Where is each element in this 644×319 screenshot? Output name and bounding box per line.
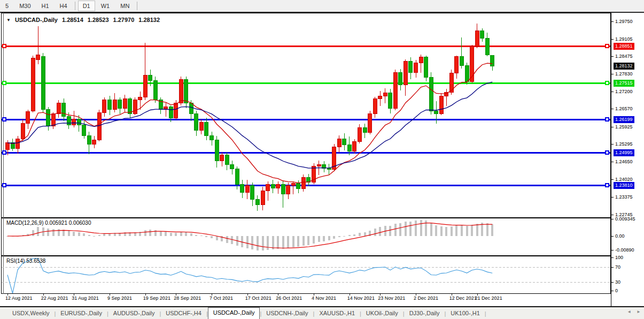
candle bbox=[465, 66, 469, 82]
rsi-axis-label: 100 bbox=[615, 255, 623, 261]
candle bbox=[215, 140, 219, 161]
candle bbox=[195, 114, 198, 131]
tab-usdx-weekly[interactable]: USDX,Weekly bbox=[7, 308, 54, 319]
resistance-price-box: 1.28851 bbox=[614, 43, 634, 50]
hline-handle[interactable] bbox=[3, 81, 6, 85]
axis-tick bbox=[611, 257, 614, 258]
price-tick-label: 1.29750 bbox=[615, 19, 633, 25]
candle bbox=[301, 177, 305, 189]
support-price-box-1: 1.27515 bbox=[614, 80, 634, 87]
axis-tick bbox=[611, 267, 614, 268]
tab-scroll-right-icon[interactable]: ► bbox=[637, 309, 641, 314]
candle bbox=[62, 103, 66, 117]
axis-tick bbox=[611, 39, 614, 40]
hline-handle[interactable] bbox=[3, 151, 6, 154]
tab-uk100-h1[interactable]: UK100-,H1 bbox=[446, 308, 484, 319]
candle bbox=[251, 186, 254, 200]
tab-eurusd-daily[interactable]: EURUSD-,Daily bbox=[56, 308, 107, 319]
candle bbox=[347, 145, 351, 151]
candle bbox=[480, 31, 484, 39]
candle bbox=[409, 62, 413, 73]
date-label: 12 Aug 2021 bbox=[5, 295, 33, 301]
tab-scroll-left-icon[interactable]: ◄ bbox=[627, 309, 631, 314]
candle bbox=[205, 122, 208, 136]
hline-handle[interactable] bbox=[606, 81, 609, 85]
axis-tick bbox=[611, 92, 614, 92]
date-label: 21 Dec 2021 bbox=[475, 295, 502, 301]
candle bbox=[373, 98, 377, 113]
candle bbox=[87, 136, 91, 144]
candle bbox=[230, 165, 234, 169]
candle bbox=[57, 103, 60, 114]
hline-handle[interactable] bbox=[606, 151, 609, 154]
date-label: 9 Sep 2021 bbox=[107, 295, 132, 301]
date-label: 4 Nov 2021 bbox=[312, 295, 336, 301]
axis-tick bbox=[611, 56, 614, 57]
candle bbox=[281, 184, 285, 194]
date-label: 31 Aug 2021 bbox=[72, 295, 99, 301]
date-label: 19 Sep 2021 bbox=[143, 295, 170, 301]
candle bbox=[143, 75, 147, 97]
candle bbox=[424, 57, 428, 78]
tab-separator: | bbox=[485, 310, 486, 319]
candle bbox=[327, 169, 331, 170]
candle bbox=[368, 114, 372, 133]
candle bbox=[363, 127, 367, 132]
chart-dropdown-icon[interactable]: ▼ bbox=[6, 18, 11, 22]
rsi-line bbox=[7, 259, 492, 293]
macd-axis-label: -0.00890 bbox=[615, 247, 634, 253]
price-tick-label: 1.25925 bbox=[615, 124, 633, 130]
price-tick-label: 1.25295 bbox=[615, 141, 633, 147]
hline-handle[interactable] bbox=[3, 44, 6, 48]
axis-tick bbox=[611, 250, 614, 250]
date-label: 23 Nov 2021 bbox=[378, 295, 405, 301]
tab-audusd-daily[interactable]: AUDUSD-,Daily bbox=[108, 308, 160, 319]
candle bbox=[67, 117, 71, 125]
rsi-axis-label: 0 bbox=[615, 288, 618, 294]
candle bbox=[455, 57, 459, 73]
date-label: 14 Nov 2021 bbox=[347, 295, 375, 301]
candle bbox=[97, 112, 101, 140]
support-price-box-2: 1.26199 bbox=[614, 116, 634, 123]
candle bbox=[41, 56, 45, 109]
hline-handle[interactable] bbox=[3, 118, 6, 121]
tab-scroll-arrows: ◄ ► bbox=[627, 309, 641, 314]
candle bbox=[92, 140, 96, 145]
tab-ukoil-daily[interactable]: UKOil-,Daily bbox=[361, 308, 403, 319]
axis-tick bbox=[611, 144, 614, 145]
candle bbox=[337, 139, 341, 147]
candle bbox=[46, 110, 50, 126]
hline-handle[interactable] bbox=[606, 118, 609, 121]
support-price-box-4: 1.23810 bbox=[614, 182, 634, 189]
price-tick-label: 1.29105 bbox=[615, 36, 633, 42]
candle bbox=[184, 79, 188, 103]
tab-usdcad-daily[interactable]: USDCAD-,Daily bbox=[208, 307, 260, 319]
tab-xauusd-h1[interactable]: XAUUSD-,H1 bbox=[314, 308, 360, 319]
candle bbox=[276, 184, 280, 188]
hline-handle[interactable] bbox=[3, 184, 6, 187]
chart-symbol-label: USDCAD-,Daily bbox=[15, 17, 58, 23]
candle bbox=[358, 127, 361, 141]
axis-tick bbox=[611, 21, 614, 22]
date-label: 26 Oct 2021 bbox=[276, 295, 302, 301]
candle bbox=[240, 184, 244, 192]
candle bbox=[414, 63, 418, 72]
candle bbox=[475, 31, 479, 47]
tab-usdchf-h4[interactable]: USDCHF-,H4 bbox=[161, 308, 206, 319]
candle bbox=[21, 124, 25, 139]
candle bbox=[108, 100, 112, 110]
ohlc-close: 1.28132 bbox=[138, 17, 160, 23]
macd-indicator-label: MACD(12,26,9) 0.005921 0.006030 bbox=[6, 220, 91, 226]
candle bbox=[77, 119, 81, 125]
candle bbox=[491, 56, 494, 66]
tab-dj30-daily[interactable]: DJ30-,Daily bbox=[405, 308, 445, 319]
date-label: 17 Oct 2021 bbox=[245, 295, 271, 301]
candle bbox=[353, 141, 356, 151]
hline-handle[interactable] bbox=[606, 44, 609, 48]
candle bbox=[82, 125, 86, 136]
hline-handle[interactable] bbox=[606, 184, 609, 187]
current-price-box: 1.28132 bbox=[614, 63, 634, 70]
candle bbox=[343, 139, 346, 145]
macd-axis-label: 0.00 bbox=[615, 233, 625, 239]
tab-usdcnh-daily[interactable]: USDCNH-,Daily bbox=[261, 308, 313, 319]
